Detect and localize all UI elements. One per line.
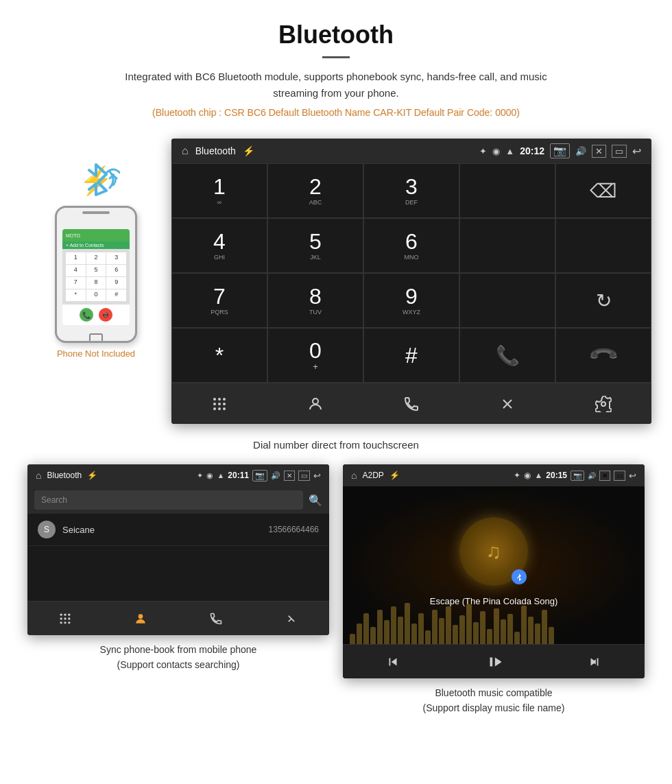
phone-home-button[interactable] [89, 333, 103, 343]
dial-backspace[interactable]: ⌫ [555, 163, 651, 218]
page-header: Bluetooth Integrated with BC6 Bluetooth … [0, 0, 672, 139]
dial-reload[interactable]: ↻ [555, 273, 651, 328]
panel-left: ⌂ Bluetooth ⚡ ✦ ◉ ▲ 20:11 📷 🔊 ✕ ▭ ↩ [21, 464, 336, 716]
dial-key-star[interactable]: * [171, 328, 267, 383]
dial-key-hash[interactable]: # [363, 328, 459, 383]
dial-key-7[interactable]: 7 PQRS [171, 273, 267, 328]
phone-speaker [57, 208, 135, 215]
pb-app-title: Bluetooth [47, 471, 82, 480]
svg-point-7 [213, 407, 216, 410]
dial-key-4[interactable]: 4 GHI [171, 218, 267, 273]
dial-key-8[interactable]: 8 TUV [267, 273, 363, 328]
pb-nav-dialpad[interactable] [27, 602, 103, 635]
svg-point-12 [60, 613, 62, 615]
pb-loc-icon: ◉ [206, 471, 213, 480]
volume-icon[interactable]: 🔊 [575, 146, 586, 156]
dial-key-9[interactable]: 9 WXYZ [363, 273, 459, 328]
pb-caption-line1: Sync phone-book from mobile phone [100, 644, 257, 655]
music-loc-icon: ◉ [524, 471, 531, 480]
svg-point-20 [68, 621, 70, 623]
window-icon[interactable]: ▭ [612, 145, 627, 158]
music-prev-btn[interactable] [379, 648, 407, 676]
dial-status-bar: ⌂ Bluetooth ⚡ ✦ ◉ ▲ 20:12 📷 🔊 ✕ ▭ ↩ [171, 139, 651, 163]
svg-point-4 [213, 403, 216, 405]
dial-key-3[interactable]: 3 DEF [363, 163, 459, 218]
music-next-btn[interactable] [581, 648, 608, 676]
pb-cam-icon[interactable]: 📷 [252, 470, 267, 482]
pb-nav-contacts[interactable] [103, 602, 178, 635]
bt-status-icon: ✦ [479, 146, 487, 156]
dial-key-6[interactable]: 6 MNO [363, 218, 459, 273]
pb-caption-line2: (Support contacts searching) [117, 659, 240, 670]
dial-key-5[interactable]: 5 JKL [267, 218, 363, 273]
svg-point-17 [68, 617, 70, 619]
svg-point-21 [139, 614, 143, 619]
search-icon[interactable]: 🔍 [309, 494, 322, 507]
music-back-icon[interactable]: ↩ [629, 471, 636, 481]
dial-empty-2 [459, 218, 555, 273]
bluetooth-badge [512, 569, 527, 584]
close-icon[interactable]: ✕ [592, 145, 606, 158]
phonebook-caption: Sync phone-book from mobile phone (Suppo… [86, 635, 271, 673]
nav-contacts[interactable] [267, 383, 363, 424]
music-status-right: ✦ ◉ ▲ 20:15 📷 🔊 ✕ ▭ ↩ [514, 471, 636, 481]
phone-call-buttons: 📞 📵 [62, 305, 130, 325]
dial-empty-1 [459, 163, 555, 218]
music-play-pause-btn[interactable] [480, 648, 507, 676]
dial-caption: Dial number direct from touchscreen [0, 431, 672, 464]
svg-point-15 [60, 617, 62, 619]
dial-nav-bar [171, 383, 651, 424]
music-win-icon[interactable]: ▭ [614, 471, 625, 481]
page-title: Bluetooth [14, 21, 658, 49]
nav-bluetooth[interactable] [459, 383, 555, 424]
nav-dialpad[interactable] [171, 383, 267, 424]
pb-search-input[interactable]: Search [34, 490, 303, 510]
pb-back-icon[interactable]: ↩ [313, 471, 321, 481]
phonebook-screen: ⌂ Bluetooth ⚡ ✦ ◉ ▲ 20:11 📷 🔊 ✕ ▭ ↩ [27, 464, 329, 635]
pb-home-icon[interactable]: ⌂ [36, 470, 41, 481]
dial-key-2[interactable]: 2 ABC [267, 163, 363, 218]
svg-point-19 [64, 621, 66, 623]
phone-answer-btn[interactable]: 📞 [80, 308, 93, 322]
back-icon[interactable]: ↩ [632, 145, 641, 158]
music-album-art: ♫ [459, 517, 528, 586]
music-x-icon[interactable]: ✕ [599, 471, 610, 481]
pb-nav-calls[interactable] [178, 602, 254, 635]
svg-point-14 [68, 613, 70, 615]
nav-settings[interactable] [555, 383, 651, 424]
music-time: 20:15 [546, 471, 567, 480]
dial-key-0[interactable]: 0 + [267, 328, 363, 383]
status-app-title: Bluetooth [195, 145, 236, 156]
phone-mockup: MOTO + Add to Contacts 123 456 789 *0# 📞… [55, 206, 137, 343]
music-vol-icon[interactable]: 🔊 [588, 472, 596, 479]
dial-keypad: 1 ∞ 2 ABC 3 DEF ⌫ 4 GHI 5 JKL [171, 163, 651, 383]
contact-row[interactable]: S Seicane 13566664466 [27, 514, 329, 546]
pb-x-icon[interactable]: ✕ [284, 471, 295, 481]
music-home-icon[interactable]: ⌂ [351, 470, 357, 481]
pb-nav-bt[interactable] [254, 602, 329, 635]
pb-spacer [27, 546, 329, 601]
usb-icon: ⚡ [243, 145, 254, 156]
dial-call-green[interactable]: 📞 [459, 328, 555, 383]
status-time: 20:12 [520, 145, 544, 156]
pb-win-icon[interactable]: ▭ [298, 471, 310, 481]
camera-icon[interactable]: 📷 [550, 143, 570, 158]
signal-icon: ▲ [505, 146, 514, 156]
music-caption-line2: (Support display music file name) [423, 702, 565, 713]
phone-hangup-btn[interactable]: 📵 [99, 308, 112, 322]
music-cam-icon[interactable]: 📷 [571, 471, 584, 481]
pb-status-bar: ⌂ Bluetooth ⚡ ✦ ◉ ▲ 20:11 📷 🔊 ✕ ▭ ↩ [27, 464, 329, 486]
nav-calls[interactable] [363, 383, 459, 424]
music-bt-icon: ✦ [514, 471, 520, 480]
pb-search-placeholder: Search [41, 495, 67, 505]
pb-vol-icon[interactable]: 🔊 [271, 471, 280, 480]
music-song-title: Escape (The Pina Colada Song) [430, 596, 557, 606]
contact-letter: S [44, 525, 49, 534]
dial-key-1[interactable]: 1 ∞ [171, 163, 267, 218]
svg-point-1 [213, 398, 216, 401]
bluetooth-specs: (Bluetooth chip : CSR BC6 Default Blueto… [14, 107, 658, 118]
title-divider [322, 56, 350, 58]
home-icon[interactable]: ⌂ [182, 145, 189, 157]
music-controls [343, 644, 645, 678]
dial-call-red[interactable]: 📞 [555, 328, 651, 383]
